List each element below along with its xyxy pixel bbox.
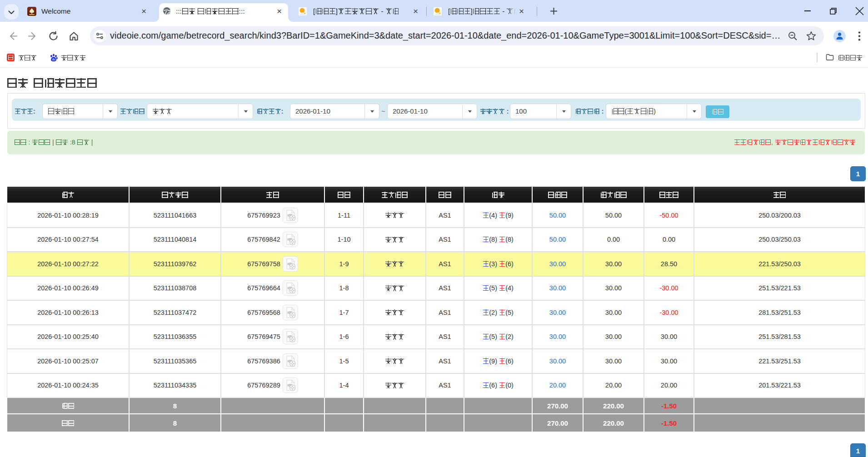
svg-text:du: du: [52, 58, 55, 61]
